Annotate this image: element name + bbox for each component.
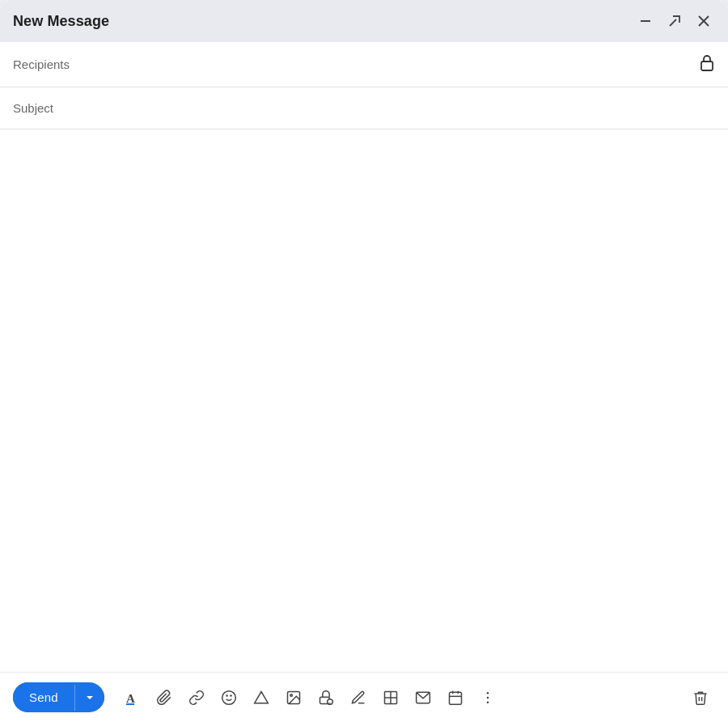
emoji-icon <box>221 690 237 706</box>
minimize-button[interactable] <box>634 10 657 32</box>
encryption-lock-icon[interactable] <box>699 53 715 75</box>
photo-icon <box>286 690 302 706</box>
svg-point-22 <box>487 691 489 694</box>
attach-icon <box>156 690 172 706</box>
attach-button[interactable] <box>150 683 179 712</box>
drive-button[interactable] <box>247 683 276 712</box>
signature-button[interactable] <box>344 683 373 712</box>
toolbar: Send A <box>0 672 728 722</box>
recipients-input[interactable] <box>13 45 715 84</box>
send-button[interactable]: Send <box>13 682 74 712</box>
calendar-icon <box>447 690 463 706</box>
format-text-button[interactable]: A <box>117 683 146 712</box>
gmail-icon <box>415 690 431 706</box>
title-bar-controls <box>634 10 715 32</box>
more-options-icon <box>480 690 496 706</box>
svg-rect-18 <box>449 692 461 704</box>
subject-row <box>0 87 728 130</box>
svg-point-24 <box>487 701 489 703</box>
svg-text:A: A <box>126 692 135 705</box>
close-icon <box>696 13 712 29</box>
minimize-icon <box>637 13 654 29</box>
link-button[interactable] <box>182 683 211 712</box>
expand-icon <box>667 13 683 29</box>
more-options-button[interactable] <box>473 683 502 712</box>
svg-point-10 <box>290 694 293 696</box>
expand-button[interactable] <box>663 10 686 32</box>
svg-point-6 <box>222 690 236 704</box>
body-textarea[interactable] <box>13 139 715 662</box>
confidential-button[interactable]: + <box>311 683 341 712</box>
send-dropdown-button[interactable] <box>74 685 104 711</box>
compose-window: New Message <box>0 0 728 722</box>
photo-button[interactable] <box>279 683 308 712</box>
subject-input[interactable] <box>13 90 715 126</box>
discard-button[interactable] <box>686 683 715 712</box>
title-bar: New Message <box>0 0 728 42</box>
format-text-icon: A <box>124 690 140 706</box>
signature-icon <box>350 690 366 706</box>
drive-icon <box>253 690 269 706</box>
svg-point-23 <box>487 696 489 699</box>
gmail-icon-button[interactable] <box>408 683 438 712</box>
delete-icon <box>692 690 709 706</box>
svg-text:+: + <box>328 699 331 704</box>
svg-rect-3 <box>701 62 713 70</box>
schedule-button[interactable] <box>441 683 470 712</box>
confidential-icon: + <box>318 690 334 706</box>
body-area[interactable] <box>0 130 728 672</box>
close-button[interactable] <box>692 10 715 32</box>
window-title: New Message <box>13 13 109 30</box>
emoji-button[interactable] <box>214 683 243 712</box>
layout-button[interactable] <box>376 683 405 712</box>
layout-icon <box>383 690 399 706</box>
send-button-group: Send <box>13 682 104 712</box>
recipients-row <box>0 42 728 87</box>
link-icon <box>188 690 205 706</box>
chevron-down-icon <box>85 693 95 703</box>
